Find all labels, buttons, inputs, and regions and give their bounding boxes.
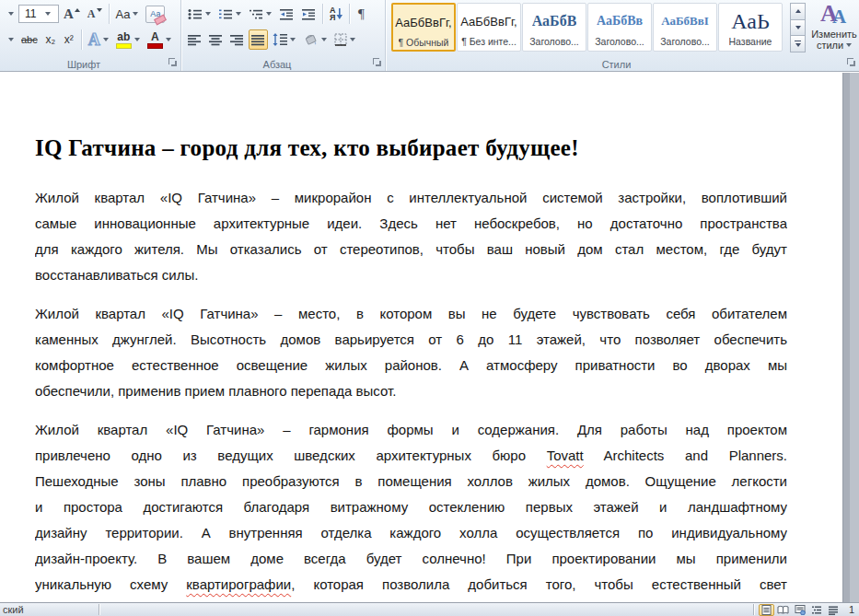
style-item-heading1[interactable]: АаБбВЗаголово...: [522, 3, 586, 52]
style-item-normal[interactable]: АаБбВвГг,¶ Обычный: [391, 3, 456, 52]
change-case-button[interactable]: Aa: [113, 4, 142, 24]
divider: [322, 4, 323, 24]
increase-indent-icon: [301, 8, 316, 20]
change-styles-button[interactable]: A A Изменить стили: [810, 2, 858, 59]
ribbon-group-styles: АаБбВвГг,¶ ОбычныйАаБбВвГг,¶ Без инте...…: [387, 0, 859, 71]
bullets-icon: [188, 8, 203, 20]
web-layout-view-button[interactable]: [792, 604, 807, 616]
text-effects-button[interactable]: А: [86, 29, 111, 50]
font-color-button[interactable]: А: [145, 29, 174, 50]
align-left-button[interactable]: [185, 29, 204, 50]
document-page[interactable]: IQ Гатчина – город для тех, кто выбирает…: [0, 73, 859, 616]
up-triangle-icon: [795, 9, 801, 13]
highlight-button[interactable]: ab: [113, 29, 143, 50]
page-edge-gutter: [842, 73, 859, 602]
chevron-down-icon: [321, 38, 327, 41]
align-right-button[interactable]: [227, 29, 247, 50]
text-line: Пешеходные зоны плавно преобразуются в п…: [35, 469, 787, 494]
chevron-down-icon: [166, 38, 171, 41]
justify-button[interactable]: [249, 29, 268, 50]
font-size-combo[interactable]: 11: [18, 5, 59, 23]
change-styles-icon: A A: [818, 2, 850, 28]
chevron-down-icon: [846, 43, 852, 47]
print-layout-icon: [761, 605, 772, 615]
status-bar: ский 1: [0, 602, 859, 616]
text-line: каменных джунглей. Высотность домов варь…: [35, 327, 787, 353]
view-switcher: [759, 603, 841, 616]
chevron-down-icon: [350, 38, 355, 41]
shading-button[interactable]: [300, 29, 330, 50]
ribbon-group-paragraph: АЯ ¶: [182, 0, 386, 71]
text-line: уникальную схему квартирографии, которая…: [35, 572, 787, 598]
style-item-title[interactable]: АаЬНазвание: [718, 3, 783, 52]
print-layout-view-button[interactable]: [759, 604, 774, 616]
sort-button[interactable]: АЯ: [327, 4, 345, 24]
text-line: привлечено одно из ведущих шведских архи…: [35, 443, 787, 469]
styles-group-label: Стили: [387, 59, 846, 70]
chevron-down-icon: [103, 38, 109, 41]
down-triangle-icon: [97, 8, 102, 12]
borders-button[interactable]: [331, 29, 358, 50]
text-line: дизайну территории. А внутренняя отделка…: [35, 520, 787, 546]
multilevel-list-button[interactable]: [246, 4, 274, 24]
text-effects-icon: А: [88, 31, 100, 48]
font-color-icon: А: [147, 31, 163, 49]
gallery-scroll-down-button[interactable]: [790, 19, 806, 37]
clear-formatting-button[interactable]: Аа: [143, 4, 168, 24]
bullets-button[interactable]: [185, 4, 214, 24]
style-item-heading2[interactable]: АаБбВвЗаголово...: [587, 3, 652, 52]
underline-combo-remnant[interactable]: [3, 29, 17, 50]
chevron-down-icon: [8, 12, 14, 16]
language-indicator[interactable]: ский: [3, 603, 24, 616]
document-title: IQ Гатчина – город для тех, кто выбирает…: [35, 132, 787, 165]
text-line: Жилой квартал «IQ Гатчина» – место, в ко…: [35, 301, 787, 327]
text-line: и простора достигаются благодаря витражн…: [35, 494, 787, 520]
style-item-no-spacing[interactable]: АаБбВвГг,¶ Без инте...: [457, 3, 521, 52]
style-sample: АаЬ: [731, 9, 769, 33]
superscript-button[interactable]: x²: [61, 29, 77, 50]
text-line: дизайн-проекту. В вашем доме всегда буде…: [35, 546, 787, 572]
gallery-more-button[interactable]: [790, 35, 806, 52]
dialog-launcher-icon[interactable]: [373, 58, 382, 67]
chevron-down-icon: [45, 12, 51, 16]
decrease-indent-button[interactable]: [276, 4, 296, 24]
font-name-combo-remnant[interactable]: [3, 4, 17, 24]
quick-styles-gallery: АаБбВвГг,¶ ОбычныйАаБбВвГг,¶ Без инте...…: [391, 3, 784, 52]
misspelled-word: квартирографии: [186, 576, 291, 592]
paragraph: Жилой квартал «IQ Гатчина» – место, в ко…: [35, 301, 787, 404]
full-screen-reading-view-button[interactable]: [775, 604, 791, 616]
show-formatting-marks-button[interactable]: ¶: [354, 4, 370, 24]
zoom-level-partial[interactable]: 1: [849, 603, 854, 616]
down-triangle-icon: [795, 26, 801, 29]
font-group-label: Шрифт: [0, 59, 168, 70]
chevron-down-icon: [8, 38, 14, 41]
paragraph-group-label: Абзац: [182, 59, 372, 70]
increase-indent-button[interactable]: [298, 4, 319, 24]
style-label: ¶ Без инте...: [461, 36, 517, 47]
strikethrough-button[interactable]: abc: [18, 29, 41, 50]
more-styles-icon: [795, 41, 801, 47]
style-item-heading3[interactable]: АаБбВвІЗаголово...: [653, 3, 717, 52]
divider: [349, 4, 350, 24]
sort-arrow-icon: [336, 7, 342, 20]
text-line: самые инновационные архитектурные идеи. …: [35, 211, 787, 237]
up-triangle-icon: [75, 8, 80, 12]
dialog-launcher-icon[interactable]: [168, 58, 178, 67]
shrink-font-button[interactable]: А: [85, 4, 105, 24]
outline-view-button[interactable]: [808, 604, 824, 616]
subscript-button[interactable]: x₂: [42, 29, 59, 50]
paint-bucket-icon: [303, 33, 319, 46]
reading-view-icon: [777, 605, 789, 615]
numbering-button[interactable]: [215, 4, 244, 24]
align-center-button[interactable]: [206, 29, 226, 50]
line-spacing-button[interactable]: [270, 29, 298, 50]
ribbon: 11 А А Aa Аа abc x₂: [0, 0, 859, 72]
borders-icon: [334, 33, 347, 46]
pilcrow-icon: ¶: [358, 6, 365, 22]
align-center-icon: [209, 34, 223, 46]
draft-view-button[interactable]: [825, 604, 841, 616]
dialog-launcher-icon[interactable]: [847, 58, 856, 67]
grow-font-button[interactable]: А: [61, 4, 83, 24]
gallery-scroll-up-button[interactable]: [790, 3, 806, 20]
clear-formatting-icon: Аа: [145, 6, 165, 23]
